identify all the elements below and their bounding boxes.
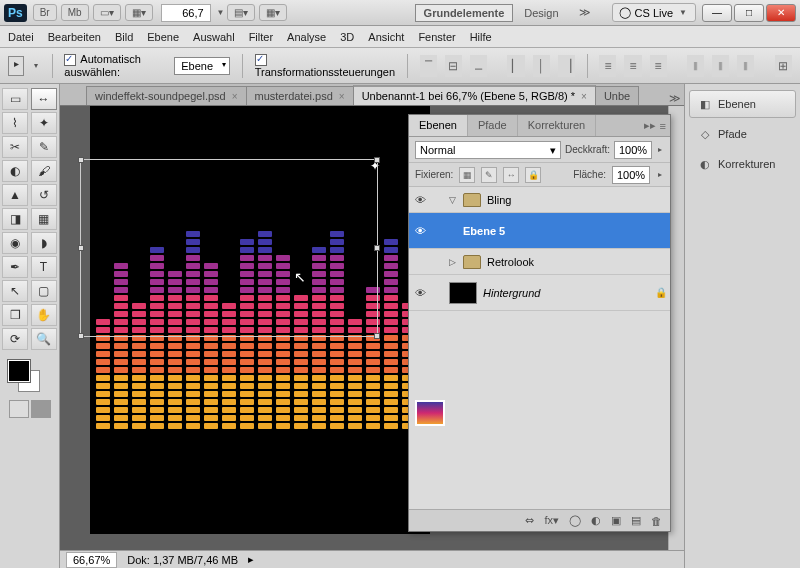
distribute-right-icon[interactable]: ⦀	[737, 55, 754, 77]
workspace-grundelemente[interactable]: Grundelemente	[415, 4, 514, 22]
doctab-3[interactable]: Unbenannt-1 bei 66,7% (Ebene 5, RGB/8) *…	[353, 85, 596, 105]
maximize-button[interactable]: □	[734, 4, 764, 22]
menu-fenster[interactable]: Fenster	[418, 31, 455, 43]
align-top-icon[interactable]: ⎺	[420, 55, 437, 77]
menu-analyse[interactable]: Analyse	[287, 31, 326, 43]
menu-datei[interactable]: Datei	[8, 31, 34, 43]
handle-bl[interactable]	[78, 333, 84, 339]
layer-thumbnail[interactable]	[449, 282, 477, 304]
layer-name[interactable]: Retrolook	[487, 256, 670, 268]
layer-name[interactable]: Hintergrund	[483, 287, 652, 299]
menu-filter[interactable]: Filter	[249, 31, 273, 43]
distribute-left-icon[interactable]: ⦀	[687, 55, 704, 77]
handle-l[interactable]	[78, 245, 84, 251]
opacity-flyout-icon[interactable]: ▸	[658, 145, 662, 154]
status-zoom[interactable]: 66,67%	[66, 552, 117, 568]
align-vcenter-icon[interactable]: ⊟	[445, 55, 462, 77]
tool-gradient[interactable]: ▦	[31, 208, 57, 230]
auto-select-dropdown[interactable]: Ebene	[174, 57, 230, 75]
menu-hilfe[interactable]: Hilfe	[470, 31, 492, 43]
doctab-4[interactable]: Unbe	[595, 86, 639, 105]
panel-collapse-icon[interactable]: ▸▸	[644, 119, 656, 132]
tab-ebenen[interactable]: Ebenen	[409, 115, 468, 136]
dock-pfade[interactable]: ◇Pfade	[689, 120, 796, 148]
zoom-dropdown-icon[interactable]: ▼	[217, 8, 225, 17]
auto-select-checkbox[interactable]: Automatisch auswählen:	[64, 53, 166, 78]
menu-bild[interactable]: Bild	[115, 31, 133, 43]
tool-eraser[interactable]: ◨	[2, 208, 28, 230]
fg-color[interactable]	[8, 360, 30, 382]
tool-hand[interactable]: ✋	[31, 304, 57, 326]
status-menu-icon[interactable]: ▸	[248, 553, 254, 566]
layer-name[interactable]: Ebene 5	[463, 225, 670, 237]
group-icon[interactable]: ▣	[611, 514, 621, 527]
tool-wand[interactable]: ✦	[31, 112, 57, 134]
tool-move[interactable]: ↔	[31, 88, 57, 110]
tool-marquee[interactable]: ▭	[2, 88, 28, 110]
tool-brush[interactable]: 🖌	[31, 160, 57, 182]
close-icon[interactable]: ×	[232, 91, 238, 102]
distribute-v-icon[interactable]: ≡	[624, 55, 641, 77]
align-bottom-icon[interactable]: ⎽	[470, 55, 487, 77]
disclosure-icon[interactable]: ▽	[449, 195, 463, 205]
tool-blur[interactable]: ◉	[2, 232, 28, 254]
mask-icon[interactable]: ◯	[569, 514, 581, 527]
distribute-h-icon[interactable]: ⦀	[712, 55, 729, 77]
dock-ebenen[interactable]: ◧Ebenen	[689, 90, 796, 118]
align-right-icon[interactable]: ▕	[558, 55, 575, 77]
adjustment-icon[interactable]: ◐	[591, 514, 601, 527]
close-icon[interactable]: ×	[581, 91, 587, 102]
handle-tl[interactable]	[78, 157, 84, 163]
menu-bearbeiten[interactable]: Bearbeiten	[48, 31, 101, 43]
lock-pixels-icon[interactable]: ✎	[481, 167, 497, 183]
quick-mask[interactable]	[2, 400, 57, 418]
close-icon[interactable]: ×	[339, 91, 345, 102]
zoom-field[interactable]: 66,7	[161, 4, 211, 22]
trash-icon[interactable]: 🗑	[651, 515, 662, 527]
visibility-icon[interactable]: 👁	[409, 225, 431, 237]
tab-pfade[interactable]: Pfade	[468, 115, 518, 136]
close-button[interactable]: ✕	[766, 4, 796, 22]
arrange-button[interactable]: ▤▾	[227, 4, 255, 21]
workspace-design[interactable]: Design	[515, 4, 567, 22]
handle-tr[interactable]	[374, 157, 380, 163]
link-layers-icon[interactable]: ⇔	[525, 514, 534, 527]
tool-history[interactable]: ↺	[31, 184, 57, 206]
color-swatches[interactable]	[2, 356, 57, 396]
menu-ansicht[interactable]: Ansicht	[368, 31, 404, 43]
blend-mode-dropdown[interactable]: Normal	[415, 141, 561, 159]
tool-type[interactable]: T	[31, 256, 57, 278]
tool-shape[interactable]: ▢	[31, 280, 57, 302]
layer-group-retrolook[interactable]: ▷ Retrolook	[409, 249, 670, 275]
distribute-top-icon[interactable]: ≡	[599, 55, 616, 77]
layer-group-bling[interactable]: 👁 ▽ Bling	[409, 187, 670, 213]
tool-3d[interactable]: ❒	[2, 304, 28, 326]
layer-thumbnail[interactable]	[415, 400, 445, 426]
new-layer-icon[interactable]: ▤	[631, 514, 641, 527]
tool-path[interactable]: ↖	[2, 280, 28, 302]
handle-r[interactable]	[374, 245, 380, 251]
align-left-icon[interactable]: ▏	[507, 55, 524, 77]
tool-pen[interactable]: ✒	[2, 256, 28, 278]
cslive-button[interactable]: ◯ CS Live ▼	[612, 3, 696, 22]
tool-lasso[interactable]: ⌇	[2, 112, 28, 134]
workspace-more[interactable]: ≫	[570, 3, 600, 22]
transform-bounds[interactable]	[80, 159, 378, 337]
layer-hintergrund[interactable]: 👁 Hintergrund 🔒	[409, 275, 670, 311]
tool-eyedropper[interactable]: ✎	[31, 136, 57, 158]
lock-transparent-icon[interactable]: ▦	[459, 167, 475, 183]
lock-position-icon[interactable]: ↔	[503, 167, 519, 183]
tab-korrekturen[interactable]: Korrekturen	[518, 115, 596, 136]
bridge-button[interactable]: Br	[33, 4, 57, 21]
transform-checkbox[interactable]: Transformationssteuerungen	[255, 53, 395, 78]
menu-ebene[interactable]: Ebene	[147, 31, 179, 43]
tool-rotate[interactable]: ⟳	[2, 328, 28, 350]
tool-heal[interactable]: ◐	[2, 160, 28, 182]
layer-ebene5[interactable]: 👁 Ebene 5	[409, 213, 670, 249]
visibility-icon[interactable]: 👁	[409, 194, 431, 206]
minibridge-button[interactable]: Mb	[61, 4, 89, 21]
fx-icon[interactable]: fx▾	[544, 514, 559, 527]
doctab-2[interactable]: musterdatei.psd×	[246, 86, 354, 105]
fill-flyout-icon[interactable]: ▸	[658, 170, 662, 179]
menu-auswahl[interactable]: Auswahl	[193, 31, 235, 43]
